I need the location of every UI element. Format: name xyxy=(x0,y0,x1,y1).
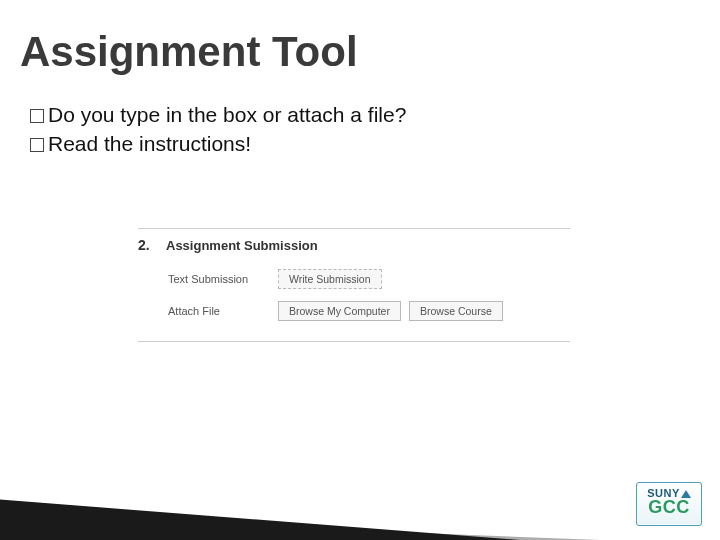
screenshot-heading-row: 2. Assignment Submission xyxy=(138,235,570,263)
suny-gcc-logo: SUNY GCC xyxy=(636,482,702,526)
logo-line-2: GCC xyxy=(637,498,701,516)
step-title: Assignment Submission xyxy=(166,238,318,253)
bullet-item: Read the instructions! xyxy=(30,129,406,158)
bullet-text: Read the instructions! xyxy=(48,132,251,155)
slide: Assignment Tool Do you type in the box o… xyxy=(0,0,720,540)
attach-file-label: Attach File xyxy=(168,305,278,317)
bullet-list: Do you type in the box or attach a file?… xyxy=(30,100,406,159)
text-submission-label: Text Submission xyxy=(168,273,278,285)
decorative-wedge-dark xyxy=(0,498,520,540)
divider xyxy=(138,341,570,342)
square-bullet-icon xyxy=(30,109,44,123)
attach-file-row: Attach File Browse My Computer Browse Co… xyxy=(138,295,570,327)
step-number: 2. xyxy=(138,237,156,253)
write-submission-button[interactable]: Write Submission xyxy=(278,269,382,289)
divider xyxy=(138,228,570,229)
embedded-screenshot: 2. Assignment Submission Text Submission… xyxy=(138,228,570,342)
browse-my-computer-button[interactable]: Browse My Computer xyxy=(278,301,401,321)
square-bullet-icon xyxy=(30,138,44,152)
browse-course-button[interactable]: Browse Course xyxy=(409,301,503,321)
slide-title: Assignment Tool xyxy=(20,28,358,76)
bullet-text: Do you type in the box or attach a file? xyxy=(48,103,406,126)
text-submission-row: Text Submission Write Submission xyxy=(138,263,570,295)
bullet-item: Do you type in the box or attach a file? xyxy=(30,100,406,129)
